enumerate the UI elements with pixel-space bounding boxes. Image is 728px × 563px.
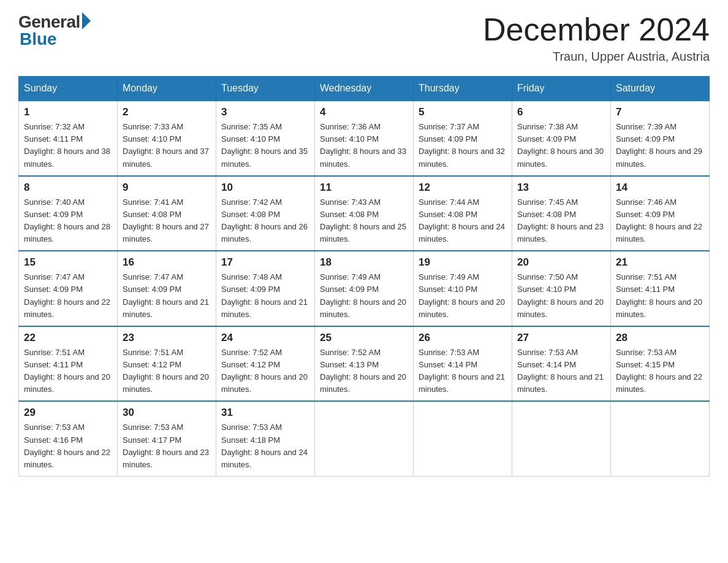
day-number: 16	[123, 256, 211, 269]
day-number: 6	[517, 106, 605, 118]
calendar-cell: 16Sunrise: 7:47 AMSunset: 4:09 PMDayligh…	[118, 251, 216, 326]
title-section: December 2024 Traun, Upper Austria, Aust…	[483, 12, 710, 64]
header-saturday: Saturday	[611, 77, 710, 101]
calendar-cell: 5Sunrise: 7:37 AMSunset: 4:09 PMDaylight…	[414, 101, 512, 176]
day-number: 14	[616, 182, 704, 194]
day-info: Sunrise: 7:33 AMSunset: 4:10 PMDaylight:…	[123, 121, 211, 170]
day-info: Sunrise: 7:52 AMSunset: 4:13 PMDaylight:…	[320, 347, 408, 396]
day-number: 15	[24, 256, 112, 269]
day-number: 3	[221, 106, 309, 118]
calendar-cell	[414, 401, 512, 476]
day-number: 25	[320, 332, 408, 344]
day-number: 24	[221, 332, 309, 344]
day-info: Sunrise: 7:36 AMSunset: 4:10 PMDaylight:…	[320, 121, 408, 170]
day-number: 20	[517, 256, 605, 269]
day-number: 1	[24, 106, 112, 118]
day-number: 28	[616, 332, 704, 344]
header-friday: Friday	[512, 77, 611, 101]
day-info: Sunrise: 7:51 AMSunset: 4:12 PMDaylight:…	[123, 347, 211, 396]
calendar-cell: 9Sunrise: 7:41 AMSunset: 4:08 PMDaylight…	[118, 176, 216, 251]
calendar-cell: 25Sunrise: 7:52 AMSunset: 4:13 PMDayligh…	[315, 326, 414, 402]
week-row-4: 22Sunrise: 7:51 AMSunset: 4:11 PMDayligh…	[19, 326, 710, 402]
day-number: 26	[419, 332, 507, 344]
day-info: Sunrise: 7:49 AMSunset: 4:10 PMDaylight:…	[419, 271, 507, 321]
day-info: Sunrise: 7:39 AMSunset: 4:09 PMDaylight:…	[616, 121, 704, 170]
month-title: December 2024	[483, 12, 710, 47]
day-number: 10	[221, 182, 309, 194]
calendar-cell: 26Sunrise: 7:53 AMSunset: 4:14 PMDayligh…	[414, 326, 512, 402]
day-info: Sunrise: 7:53 AMSunset: 4:14 PMDaylight:…	[419, 347, 507, 396]
day-number: 17	[221, 256, 309, 269]
day-info: Sunrise: 7:49 AMSunset: 4:09 PMDaylight:…	[320, 271, 408, 321]
day-number: 22	[24, 332, 112, 344]
day-info: Sunrise: 7:40 AMSunset: 4:09 PMDaylight:…	[24, 196, 112, 246]
header-tuesday: Tuesday	[216, 77, 315, 101]
calendar-cell: 7Sunrise: 7:39 AMSunset: 4:09 PMDaylight…	[611, 101, 710, 176]
week-row-2: 8Sunrise: 7:40 AMSunset: 4:09 PMDaylight…	[19, 176, 710, 251]
logo-blue-text: Blue	[20, 29, 57, 49]
day-info: Sunrise: 7:48 AMSunset: 4:09 PMDaylight:…	[221, 271, 309, 321]
day-info: Sunrise: 7:51 AMSunset: 4:11 PMDaylight:…	[24, 347, 112, 396]
day-number: 29	[24, 407, 112, 419]
calendar-cell: 13Sunrise: 7:45 AMSunset: 4:08 PMDayligh…	[512, 176, 611, 251]
day-info: Sunrise: 7:52 AMSunset: 4:12 PMDaylight:…	[221, 347, 309, 396]
calendar-cell: 23Sunrise: 7:51 AMSunset: 4:12 PMDayligh…	[118, 326, 216, 402]
day-number: 19	[419, 256, 507, 269]
calendar-cell	[315, 401, 414, 476]
calendar-cell: 6Sunrise: 7:38 AMSunset: 4:09 PMDaylight…	[512, 101, 611, 176]
day-info: Sunrise: 7:45 AMSunset: 4:08 PMDaylight:…	[517, 196, 605, 246]
day-info: Sunrise: 7:37 AMSunset: 4:09 PMDaylight:…	[419, 121, 507, 170]
calendar-cell: 19Sunrise: 7:49 AMSunset: 4:10 PMDayligh…	[414, 251, 512, 326]
header-thursday: Thursday	[414, 77, 512, 101]
day-info: Sunrise: 7:32 AMSunset: 4:11 PMDaylight:…	[24, 121, 112, 170]
header-row: SundayMondayTuesdayWednesdayThursdayFrid…	[19, 77, 710, 101]
week-row-3: 15Sunrise: 7:47 AMSunset: 4:09 PMDayligh…	[19, 251, 710, 326]
calendar-cell: 14Sunrise: 7:46 AMSunset: 4:09 PMDayligh…	[611, 176, 710, 251]
calendar-cell	[611, 401, 710, 476]
calendar-cell: 12Sunrise: 7:44 AMSunset: 4:08 PMDayligh…	[414, 176, 512, 251]
calendar-cell: 17Sunrise: 7:48 AMSunset: 4:09 PMDayligh…	[216, 251, 315, 326]
day-info: Sunrise: 7:43 AMSunset: 4:08 PMDaylight:…	[320, 196, 408, 246]
calendar-cell: 8Sunrise: 7:40 AMSunset: 4:09 PMDaylight…	[19, 176, 118, 251]
day-info: Sunrise: 7:42 AMSunset: 4:08 PMDaylight:…	[221, 196, 309, 246]
day-number: 2	[123, 106, 211, 118]
day-number: 21	[616, 256, 704, 269]
week-row-5: 29Sunrise: 7:53 AMSunset: 4:16 PMDayligh…	[19, 401, 710, 476]
calendar-cell: 29Sunrise: 7:53 AMSunset: 4:16 PMDayligh…	[19, 401, 118, 476]
day-info: Sunrise: 7:41 AMSunset: 4:08 PMDaylight:…	[123, 196, 211, 246]
calendar-cell: 10Sunrise: 7:42 AMSunset: 4:08 PMDayligh…	[216, 176, 315, 251]
calendar-cell: 27Sunrise: 7:53 AMSunset: 4:14 PMDayligh…	[512, 326, 611, 402]
week-row-1: 1Sunrise: 7:32 AMSunset: 4:11 PMDaylight…	[19, 101, 710, 176]
day-number: 5	[419, 106, 507, 118]
calendar-cell: 15Sunrise: 7:47 AMSunset: 4:09 PMDayligh…	[19, 251, 118, 326]
calendar-cell: 1Sunrise: 7:32 AMSunset: 4:11 PMDaylight…	[19, 101, 118, 176]
location-title: Traun, Upper Austria, Austria	[483, 50, 710, 64]
calendar-cell: 18Sunrise: 7:49 AMSunset: 4:09 PMDayligh…	[315, 251, 414, 326]
day-number: 9	[123, 182, 211, 194]
day-number: 31	[221, 407, 309, 419]
calendar-cell: 22Sunrise: 7:51 AMSunset: 4:11 PMDayligh…	[19, 326, 118, 402]
calendar-cell: 11Sunrise: 7:43 AMSunset: 4:08 PMDayligh…	[315, 176, 414, 251]
calendar-cell: 20Sunrise: 7:50 AMSunset: 4:10 PMDayligh…	[512, 251, 611, 326]
day-info: Sunrise: 7:38 AMSunset: 4:09 PMDaylight:…	[517, 121, 605, 170]
day-number: 4	[320, 106, 408, 118]
day-info: Sunrise: 7:53 AMSunset: 4:15 PMDaylight:…	[616, 347, 704, 396]
day-info: Sunrise: 7:44 AMSunset: 4:08 PMDaylight:…	[419, 196, 507, 246]
day-number: 13	[517, 182, 605, 194]
day-info: Sunrise: 7:35 AMSunset: 4:10 PMDaylight:…	[221, 121, 309, 170]
day-info: Sunrise: 7:50 AMSunset: 4:10 PMDaylight:…	[517, 271, 605, 321]
header-wednesday: Wednesday	[315, 77, 414, 101]
calendar-cell: 3Sunrise: 7:35 AMSunset: 4:10 PMDaylight…	[216, 101, 315, 176]
day-number: 27	[517, 332, 605, 344]
day-number: 30	[123, 407, 211, 419]
day-number: 7	[616, 106, 704, 118]
calendar-table: SundayMondayTuesdayWednesdayThursdayFrid…	[18, 76, 710, 477]
calendar-cell: 30Sunrise: 7:53 AMSunset: 4:17 PMDayligh…	[118, 401, 216, 476]
calendar-cell: 31Sunrise: 7:53 AMSunset: 4:18 PMDayligh…	[216, 401, 315, 476]
day-info: Sunrise: 7:53 AMSunset: 4:18 PMDaylight:…	[221, 421, 309, 471]
header-sunday: Sunday	[19, 77, 118, 101]
logo-triangle-icon	[82, 12, 91, 29]
day-info: Sunrise: 7:53 AMSunset: 4:17 PMDaylight:…	[123, 421, 211, 471]
calendar-cell: 28Sunrise: 7:53 AMSunset: 4:15 PMDayligh…	[611, 326, 710, 402]
day-number: 23	[123, 332, 211, 344]
